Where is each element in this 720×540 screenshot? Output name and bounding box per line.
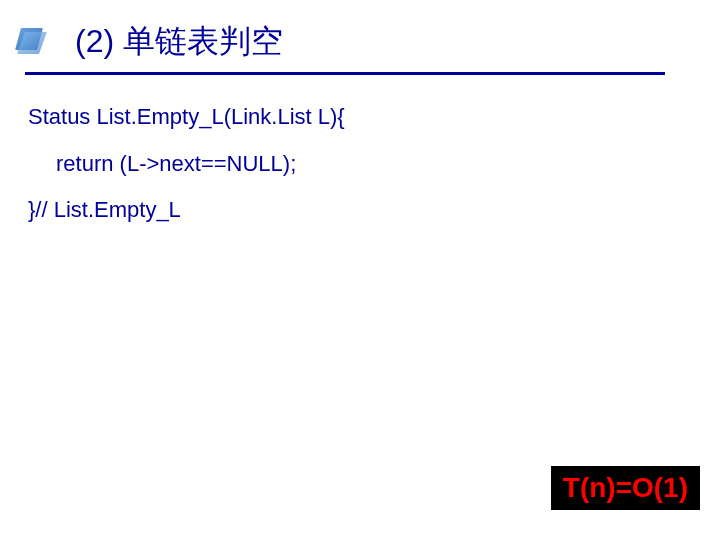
code-line-3: }// List.Empty_L bbox=[28, 196, 720, 225]
complexity-label: T(n)=O(1) bbox=[551, 466, 700, 510]
code-line-1: Status List.Empty_L(Link.List L){ bbox=[28, 103, 720, 132]
decorative-corner-block bbox=[15, 28, 43, 50]
code-block: Status List.Empty_L(Link.List L){ return… bbox=[0, 75, 720, 225]
code-line-2: return (L->next==NULL); bbox=[28, 150, 720, 179]
title-container: (2) 单链表判空 bbox=[0, 0, 720, 75]
slide-title: (2) 单链表判空 bbox=[75, 20, 720, 72]
